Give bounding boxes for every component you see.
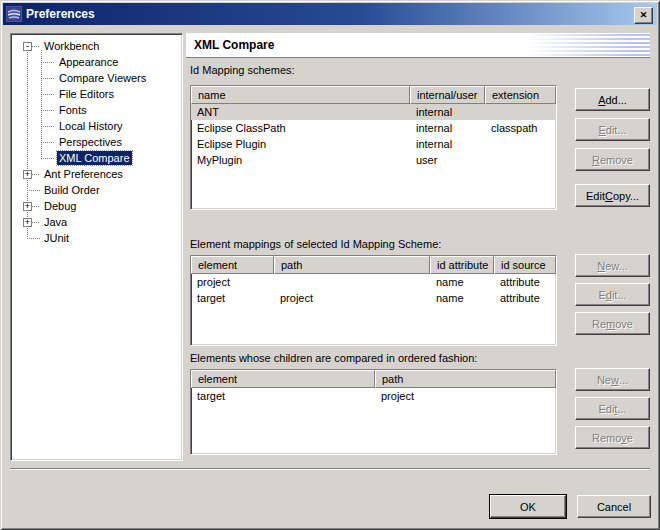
tree-item-fonts[interactable]: Fonts	[11, 102, 182, 118]
edit-button[interactable]: Edit...	[575, 118, 650, 141]
page-title: XML Compare	[194, 38, 274, 52]
add-button[interactable]: Add...	[575, 88, 650, 111]
remove-mapping-button[interactable]: Remove	[575, 312, 650, 335]
column-header[interactable]: extension	[485, 86, 556, 104]
expand-icon[interactable]: +	[23, 218, 32, 227]
tree-item-xml-compare[interactable]: XML Compare	[11, 150, 182, 166]
ordered-table-header: element path	[191, 370, 556, 388]
expand-icon[interactable]: +	[23, 170, 32, 179]
column-header[interactable]: id source	[494, 256, 556, 274]
preferences-tree[interactable]: - Workbench Appearance Compare Viewers F…	[10, 33, 183, 461]
titlebar[interactable]: Preferences ✕	[3, 3, 657, 25]
tree-item-junit[interactable]: JUnit	[11, 230, 182, 246]
column-header[interactable]: id attribute	[430, 256, 494, 274]
mappings-label: Element mappings of selected Id Mapping …	[190, 238, 441, 252]
tree-item-perspectives[interactable]: Perspectives	[11, 134, 182, 150]
tree-item-compare-viewers[interactable]: Compare Viewers	[11, 70, 182, 86]
tree-item-local-history[interactable]: Local History	[11, 118, 182, 134]
column-header[interactable]: path	[274, 256, 430, 274]
table-row[interactable]: MyPlugin user	[191, 152, 556, 168]
table-row[interactable]: Eclipse Plugin internal	[191, 136, 556, 152]
table-row[interactable]: project name attribute	[191, 274, 556, 290]
column-header[interactable]: name	[191, 86, 410, 104]
preferences-dialog: Preferences ✕ - Workbench Appearance Com…	[0, 0, 660, 530]
footer-separator	[10, 468, 650, 470]
window-title: Preferences	[26, 7, 95, 21]
schemes-table-header: name internal/user extension	[191, 86, 556, 104]
collapse-icon[interactable]: -	[23, 42, 32, 51]
ordered-table[interactable]: element path target project	[190, 369, 557, 455]
tree-item-file-editors[interactable]: File Editors	[11, 86, 182, 102]
tree-item-appearance[interactable]: Appearance	[11, 54, 182, 70]
schemes-table[interactable]: name internal/user extension ANT interna…	[190, 85, 557, 210]
new-ordered-button[interactable]: New...	[575, 368, 650, 391]
tree-item-debug[interactable]: + Debug	[11, 198, 182, 214]
mappings-table-header: element path id attribute id source	[191, 256, 556, 274]
edit-ordered-button[interactable]: Edit...	[575, 397, 650, 420]
tree-item-java[interactable]: + Java	[11, 214, 182, 230]
cancel-button[interactable]: Cancel	[577, 495, 651, 518]
table-row[interactable]: target project name attribute	[191, 290, 556, 306]
table-row[interactable]: ANT internal	[191, 104, 556, 120]
table-row[interactable]: target project	[191, 388, 556, 404]
app-icon	[6, 6, 22, 22]
schemes-label: Id Mapping schemes:	[190, 64, 295, 78]
tree-item-workbench[interactable]: - Workbench	[11, 38, 182, 54]
column-header[interactable]: element	[191, 370, 375, 388]
remove-button[interactable]: Remove	[575, 148, 650, 171]
remove-ordered-button[interactable]: Remove	[575, 426, 650, 449]
ok-button[interactable]: OK	[490, 495, 566, 518]
tree-item-build-order[interactable]: Build Order	[11, 182, 182, 198]
column-header[interactable]: internal/user	[410, 86, 485, 104]
table-row[interactable]: Eclipse ClassPath internal classpath	[191, 120, 556, 136]
column-header[interactable]: element	[191, 256, 274, 274]
mappings-table[interactable]: element path id attribute id source proj…	[190, 255, 557, 346]
edit-mapping-button[interactable]: Edit...	[575, 283, 650, 306]
new-mapping-button[interactable]: New...	[575, 254, 650, 277]
edit-copy-button[interactable]: Edit Copy...	[575, 184, 650, 207]
expand-icon[interactable]: +	[23, 202, 32, 211]
page-title-banner: XML Compare	[186, 33, 650, 58]
column-header[interactable]: path	[375, 370, 556, 388]
tree-item-ant-preferences[interactable]: + Ant Preferences	[11, 166, 182, 182]
ordered-label: Elements whose children are compared in …	[190, 352, 477, 366]
close-button[interactable]: ✕	[634, 7, 653, 24]
